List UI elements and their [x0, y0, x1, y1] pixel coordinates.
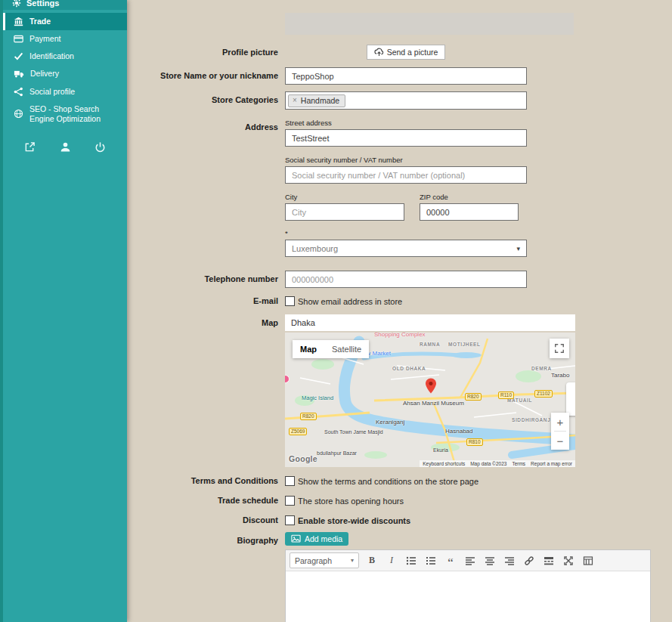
store-categories-row: Store Categories × Handmade — [134, 91, 672, 110]
road-badge: Z5069 — [289, 428, 307, 435]
align-right-button[interactable] — [500, 552, 519, 568]
map-label: DEMRA — [531, 366, 552, 371]
sidebar-header[interactable]: Settings — [3, 0, 127, 10]
sidebar-item-seo[interactable]: SEO - Shop Search Engine Optimization — [3, 101, 127, 128]
terms-link[interactable]: Terms — [512, 461, 525, 466]
power-icon — [94, 141, 106, 153]
email-checkbox[interactable] — [285, 296, 295, 306]
logout-button[interactable] — [93, 140, 107, 156]
discount-checkbox[interactable] — [285, 515, 295, 525]
map-zoom-control: + − — [551, 413, 569, 450]
map-type-controls: Map Satellite — [293, 340, 369, 358]
bullet-list-icon — [406, 555, 417, 566]
map-label: Hasnabad — [445, 428, 472, 435]
gear-icon — [12, 0, 21, 8]
category-tag: × Handmade — [288, 94, 345, 107]
road-badge: R820 — [465, 393, 482, 401]
insert-link-button[interactable] — [520, 552, 538, 568]
terms-checkbox[interactable] — [285, 476, 295, 486]
align-center-button[interactable] — [481, 552, 499, 568]
profile-picture-label: Profile picture — [134, 44, 285, 60]
map-label: bdullahpur Bazar — [317, 450, 357, 456]
editor-toolbar: Paragraph ▾ B I “ — [286, 550, 650, 571]
trade-schedule-checkbox-label: The store has opening hours — [298, 496, 404, 506]
bold-button[interactable]: B — [363, 552, 381, 568]
biography-row: Biography Add media Paragraph ▾ B I — [134, 532, 672, 622]
keyboard-shortcuts-link[interactable]: Keyboard shortcuts — [423, 461, 465, 466]
bullet-list-button[interactable] — [402, 552, 420, 568]
road-badge: R820 — [300, 413, 317, 420]
upload-icon — [374, 48, 384, 57]
map-label: Tarabo — [551, 372, 569, 379]
sidebar-footer — [3, 140, 127, 156]
street-address-input[interactable] — [285, 129, 527, 147]
google-logo[interactable]: Google — [289, 454, 317, 463]
align-left-button[interactable] — [461, 552, 479, 568]
toolbar-toggle-button[interactable] — [579, 552, 597, 568]
profile-picture-preview — [285, 13, 574, 35]
sidebar-item-social-profile[interactable]: Social profile — [3, 83, 127, 101]
profile-button[interactable] — [58, 140, 73, 156]
main-content: Profile picture Send a picture Store Nam… — [127, 0, 672, 622]
italic-button[interactable]: I — [382, 552, 401, 568]
numbered-list-icon — [426, 555, 436, 566]
satellite-view-button[interactable]: Satellite — [324, 340, 369, 358]
road-badge: R110 — [498, 391, 514, 399]
read-more-button[interactable] — [540, 552, 558, 568]
map-side-panel[interactable] — [566, 382, 575, 416]
google-map[interactable]: Shopping Complex DHANMONDI Dhaka New Mar… — [285, 333, 575, 467]
sidebar-item-label: Social profile — [29, 87, 75, 97]
store-categories-label: Store Categories — [134, 91, 285, 110]
sidebar-title: Settings — [26, 0, 59, 8]
send-picture-button[interactable]: Send a picture — [367, 45, 446, 60]
biography-textarea[interactable] — [286, 571, 650, 622]
country-select[interactable]: Luxembourg ▾ — [285, 240, 527, 257]
trade-schedule-checkbox[interactable] — [285, 496, 295, 506]
zoom-out-button[interactable]: − — [551, 432, 569, 450]
zoom-in-button[interactable]: + — [551, 413, 569, 431]
discount-label: Discount — [134, 515, 285, 525]
map-fullscreen-button[interactable] — [550, 339, 569, 358]
ssn-input[interactable] — [285, 166, 527, 184]
align-right-icon — [504, 555, 515, 566]
sidebar-item-delivery[interactable]: Delivery — [3, 65, 127, 82]
send-picture-label: Send a picture — [387, 48, 438, 57]
map-view-button[interactable]: Map — [293, 340, 324, 358]
sidebar-item-payment[interactable]: Payment — [3, 30, 127, 48]
profile-picture-row: Profile picture Send a picture — [134, 44, 672, 60]
biography-editor: Paragraph ▾ B I “ — [285, 549, 651, 622]
sidebar-item-label: Identification — [29, 51, 74, 61]
sidebar-item-label: Delivery — [30, 69, 59, 79]
add-media-label: Add media — [305, 534, 342, 543]
map-label: South Town Jame Masjid — [324, 429, 383, 435]
remove-tag-icon[interactable]: × — [293, 96, 297, 104]
add-media-button[interactable]: Add media — [285, 532, 348, 546]
report-map-error-link[interactable]: Report a map error — [531, 461, 572, 466]
truck-icon — [14, 69, 24, 79]
map-pin-icon[interactable] — [426, 378, 436, 394]
sidebar-item-trade[interactable]: Trade — [3, 13, 127, 30]
map-label: Map — [134, 314, 285, 467]
country-selected-value: Luxembourg — [292, 244, 338, 253]
sidebar: Settings Trade Payment Identification De… — [0, 0, 127, 622]
map-search-input[interactable] — [285, 314, 575, 331]
road-badge: R810 — [466, 438, 483, 446]
distraction-free-button[interactable] — [559, 552, 578, 568]
terms-checkbox-label: Show the terms and conditions on the sto… — [298, 476, 478, 486]
toolbar-toggle-icon — [583, 555, 593, 566]
numbered-list-button[interactable] — [422, 552, 440, 568]
check-icon — [14, 51, 23, 61]
street-address-label: Street address — [285, 119, 527, 127]
bank-icon — [14, 17, 23, 26]
paragraph-format-select[interactable]: Paragraph ▾ — [290, 552, 359, 568]
zip-input[interactable] — [420, 203, 519, 221]
sidebar-item-identification[interactable]: Identification — [3, 48, 127, 65]
biography-label: Biography — [134, 532, 285, 622]
external-link-button[interactable] — [23, 140, 37, 156]
blockquote-button[interactable]: “ — [441, 552, 460, 568]
city-input[interactable] — [285, 203, 404, 221]
map-label: Ekuria — [433, 447, 448, 453]
telephone-input[interactable] — [285, 271, 527, 288]
store-name-input[interactable] — [285, 67, 527, 85]
store-categories-input[interactable]: × Handmade — [285, 91, 527, 110]
